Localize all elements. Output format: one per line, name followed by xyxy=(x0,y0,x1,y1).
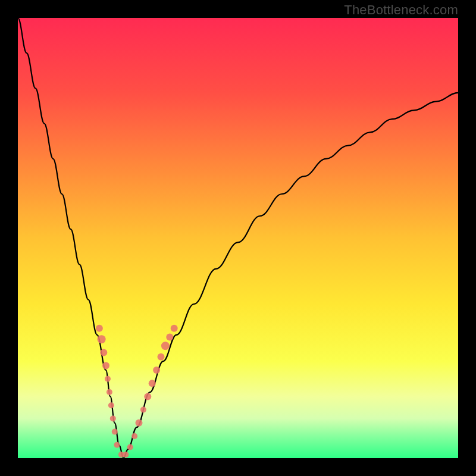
scatter-point xyxy=(171,325,178,332)
scatter-group xyxy=(96,325,178,458)
scatter-point xyxy=(107,389,112,395)
scatter-point xyxy=(158,353,165,361)
scatter-point xyxy=(144,393,151,400)
bottleneck-curve xyxy=(18,18,458,458)
scatter-point xyxy=(161,342,170,350)
scatter-point xyxy=(108,402,114,408)
scatter-point xyxy=(131,433,137,439)
scatter-point xyxy=(100,349,107,356)
scatter-point xyxy=(110,415,116,421)
scatter-point xyxy=(96,325,103,332)
scatter-point xyxy=(123,452,129,458)
watermark-text: TheBottleneck.com xyxy=(344,2,458,18)
scatter-point xyxy=(102,362,109,369)
scatter-point xyxy=(140,407,146,413)
plot-svg xyxy=(18,18,458,458)
scatter-point xyxy=(105,376,111,382)
plot-frame xyxy=(18,18,458,458)
scatter-point xyxy=(166,334,173,341)
scatter-point xyxy=(153,367,160,374)
scatter-point xyxy=(98,335,106,343)
scatter-point xyxy=(114,442,120,448)
scatter-point xyxy=(112,429,118,435)
scatter-point xyxy=(149,380,156,387)
scatter-point xyxy=(127,444,133,450)
scatter-point xyxy=(136,419,143,427)
